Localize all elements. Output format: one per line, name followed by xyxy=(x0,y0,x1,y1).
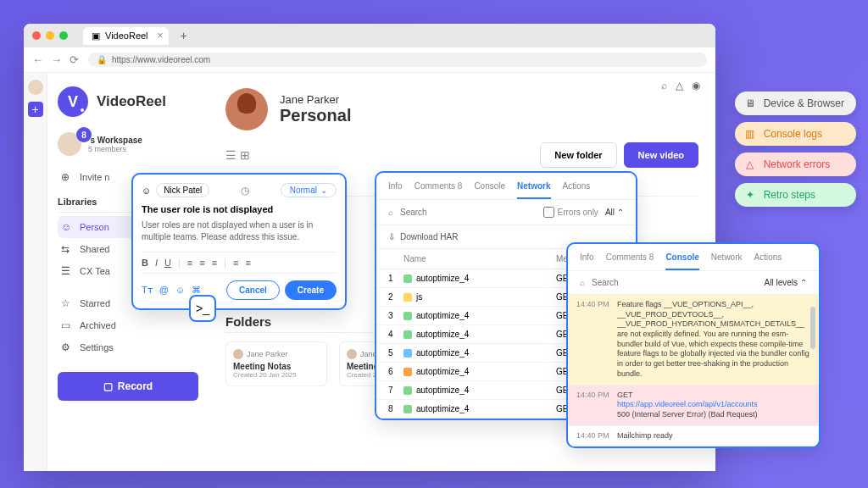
console-row: 14:40 PMFeature flags __VUE_OPTIONS_API_… xyxy=(568,295,819,385)
console-panel: Info Comments 8 Console Network Actions … xyxy=(566,242,821,448)
align-left-icon[interactable]: ≡ xyxy=(187,258,192,268)
close-tab-icon[interactable]: × xyxy=(158,30,164,42)
sidebar-settings[interactable]: ⚙Settings xyxy=(58,336,198,358)
comment-popover: ☺ Nick Patel ◷ Normal⌄ The user role is … xyxy=(131,173,347,310)
chevron-down-icon: ⌄ xyxy=(320,186,327,195)
avatar-chip[interactable] xyxy=(28,80,43,95)
align-right-icon[interactable]: ≡ xyxy=(212,258,217,268)
panel-tabs: Info Comments 8 Console Network Actions xyxy=(376,173,636,200)
clock-icon[interactable]: ◷ xyxy=(241,185,249,197)
emoji-icon[interactable]: ☺ xyxy=(175,285,185,296)
profile-avatar[interactable] xyxy=(225,88,268,130)
address-input[interactable]: 🔒 https://www.videoreel.com xyxy=(88,53,707,67)
scrollbar[interactable] xyxy=(810,307,815,349)
monitor-icon: 🖥 xyxy=(743,97,757,109)
new-tab-button[interactable]: + xyxy=(177,29,191,42)
text-icon[interactable]: Tᴛ xyxy=(142,285,153,296)
tab-comments[interactable]: Comments 8 xyxy=(606,252,654,262)
top-icons: ⌕ △ ◉ xyxy=(661,80,700,92)
gear-icon: ⚙ xyxy=(61,341,73,353)
tab-info[interactable]: Info xyxy=(580,252,594,262)
titlebar: ▣ VideoReel × + xyxy=(24,24,715,47)
close-window-icon[interactable] xyxy=(32,31,41,40)
chevron-up-icon: ⌃ xyxy=(617,208,624,217)
back-icon[interactable]: ← xyxy=(32,53,44,66)
comment-user[interactable]: Nick Patel xyxy=(156,183,209,197)
mention-icon[interactable]: @ xyxy=(159,285,169,296)
chip-retro[interactable]: ✦Retro steps xyxy=(735,183,856,207)
align-center-icon[interactable]: ≡ xyxy=(199,258,204,268)
list-ul-icon[interactable]: ≡ xyxy=(245,258,250,268)
feature-chips: 🖥Device & Browser ▥Console logs △Network… xyxy=(735,92,856,207)
create-button[interactable]: Create xyxy=(285,280,337,300)
workspace-members: 5 members xyxy=(88,145,142,153)
tab-info[interactable]: Info xyxy=(388,181,403,191)
url-bar: ← → ⟳ 🔒 https://www.videoreel.com xyxy=(24,47,715,73)
avatar-icon[interactable]: ◉ xyxy=(692,80,700,92)
comment-body[interactable]: User roles are not displayed when a user… xyxy=(142,219,337,243)
chip-device[interactable]: 🖥Device & Browser xyxy=(735,92,856,115)
user-icon: ☺ xyxy=(61,221,73,233)
profile-name: Jane Parker xyxy=(280,93,351,106)
comment-title[interactable]: The user role is not displayed xyxy=(142,204,337,214)
panel-icon: ▥ xyxy=(743,128,757,140)
maximize-window-icon[interactable] xyxy=(59,31,68,40)
tab-network[interactable]: Network xyxy=(517,181,550,191)
filter-all[interactable]: All ⌃ xyxy=(605,208,624,217)
search-icon[interactable]: ⌕ xyxy=(661,80,667,92)
workspace-name: 's Workspase xyxy=(88,136,142,145)
download-icon: ⇩ xyxy=(388,232,395,241)
profile-type: Personal xyxy=(280,106,351,125)
new-video-button[interactable]: New video xyxy=(624,142,698,168)
folder-card[interactable]: Jane ParkerMeeting NotasCreated 20 Jan 2… xyxy=(225,341,327,386)
workspace-badge: 8 xyxy=(76,127,92,142)
network-search-input[interactable] xyxy=(400,208,537,217)
chip-network[interactable]: △Network errors xyxy=(735,152,856,176)
col-name: Name xyxy=(403,254,556,263)
list-header: ☰ ⊞ New folder New video xyxy=(225,142,698,168)
tab-actions[interactable]: Actions xyxy=(754,252,782,262)
bell-icon[interactable]: △ xyxy=(676,80,683,92)
users-icon: ☺ xyxy=(142,186,151,196)
workspace-selector[interactable]: 8 's Workspase 5 members xyxy=(58,132,198,156)
new-folder-button[interactable]: New folder xyxy=(540,142,616,168)
chip-console[interactable]: ▥Console logs xyxy=(735,122,856,146)
tab-comments[interactable]: Comments 8 xyxy=(415,181,463,191)
console-search-input[interactable] xyxy=(592,278,758,287)
minimize-window-icon[interactable] xyxy=(46,31,54,40)
list-view-icon[interactable]: ☰ xyxy=(225,148,236,162)
tab-favicon: ▣ xyxy=(92,30,100,42)
tab-title: VideoReel xyxy=(105,30,148,41)
tab-console[interactable]: Console xyxy=(474,181,505,191)
console-row: 14:40 PMMailchimp ready xyxy=(568,426,819,447)
brand[interactable]: V VideoReel xyxy=(58,86,198,117)
forward-icon[interactable]: → xyxy=(51,53,63,66)
chevron-up-icon: ⌃ xyxy=(800,278,807,287)
underline-icon[interactable]: U xyxy=(164,258,171,268)
reload-icon[interactable]: ⟳ xyxy=(70,53,81,66)
list-ol-icon[interactable]: ≡ xyxy=(233,258,238,268)
tab-actions[interactable]: Actions xyxy=(563,181,591,191)
star-icon: ☆ xyxy=(61,297,73,309)
team-icon: ☰ xyxy=(61,265,73,277)
record-button[interactable]: ▢Record xyxy=(58,372,198,401)
sidebar-archived[interactable]: ▭Archived xyxy=(58,314,198,336)
grid-view-icon[interactable]: ⊞ xyxy=(240,148,250,162)
left-gutter: + xyxy=(24,73,47,471)
cancel-button[interactable]: Cancel xyxy=(226,280,280,300)
browser-tab[interactable]: ▣ VideoReel × xyxy=(83,27,169,45)
url-text: https://www.videoreel.com xyxy=(112,55,210,64)
bold-icon[interactable]: B xyxy=(142,258,148,268)
errors-only-checkbox[interactable]: Errors only xyxy=(543,207,598,218)
levels-select[interactable]: All levels ⌃ xyxy=(765,278,807,287)
tab-console[interactable]: Console xyxy=(665,252,698,262)
add-workspace-button[interactable]: + xyxy=(28,102,43,117)
terminal-icon[interactable]: >_ xyxy=(189,295,216,322)
archive-icon: ▭ xyxy=(61,319,73,331)
console-row: 14:40 PMGEThttps://app.videoreel.com/api… xyxy=(568,385,819,426)
search-icon: ⌕ xyxy=(580,278,585,287)
brand-logo: V xyxy=(58,86,88,117)
tab-network[interactable]: Network xyxy=(711,252,743,262)
priority-select[interactable]: Normal⌄ xyxy=(281,183,337,197)
italic-icon[interactable]: I xyxy=(155,258,158,268)
